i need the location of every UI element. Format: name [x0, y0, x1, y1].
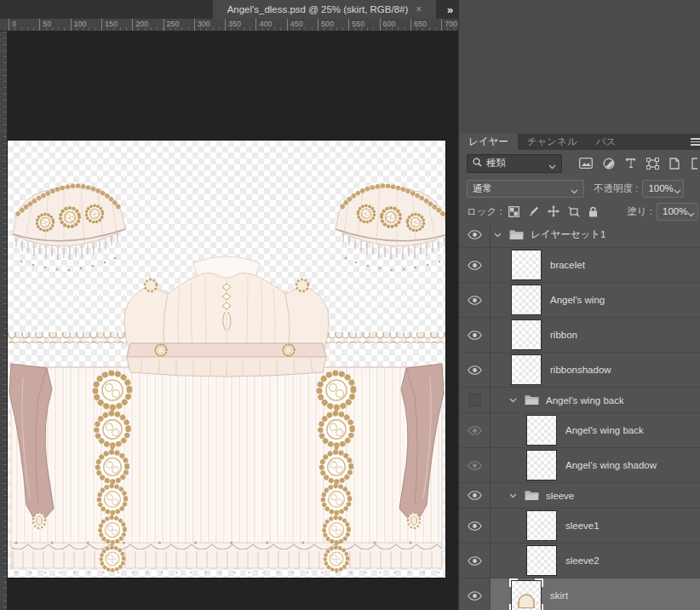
folder-icon [525, 490, 539, 501]
layer-row[interactable]: sleeve2 [459, 544, 700, 578]
filter-smart-objects-icon[interactable] [669, 158, 680, 170]
ruler-minor-ticks [3, 32, 7, 610]
lock-label: ロック : [467, 205, 502, 218]
filter-shape-layers-icon[interactable] [646, 158, 659, 170]
lock-buttons [508, 205, 598, 217]
filter-clipped-icon[interactable] [691, 158, 697, 170]
ruler-label: 350 [225, 19, 241, 32]
folder-icon [509, 229, 524, 240]
visibility-toggle-empty[interactable] [459, 388, 491, 412]
layer-thumbnail[interactable] [525, 448, 559, 482]
layer-row[interactable]: skirt [459, 578, 700, 610]
layer-name[interactable]: ribbon [550, 330, 577, 340]
layers-panel: 種類 [459, 150, 700, 610]
eye-icon[interactable] [459, 413, 491, 447]
layer-name[interactable]: Angel's wing [550, 295, 605, 305]
layer-name[interactable]: sleeve [546, 491, 574, 501]
eye-icon[interactable] [459, 318, 491, 352]
tab-overflow-chevron-icon[interactable]: » [442, 0, 458, 19]
layer-group-row[interactable]: sleeve [459, 483, 700, 509]
opacity-value-box[interactable]: 100% [642, 180, 684, 198]
layer-list: レイヤーセット1braceletAngel's wingribbonribbon… [459, 222, 700, 610]
layer-row[interactable]: ribbonshadow [459, 353, 700, 388]
layer-thumbnail[interactable] [509, 248, 543, 282]
folder-icon [525, 394, 539, 406]
layer-row[interactable]: Angel's wing [459, 283, 700, 318]
canvas[interactable] [8, 141, 445, 578]
layer-thumbnail[interactable] [509, 353, 543, 387]
layer-name[interactable]: sleeve2 [565, 555, 600, 566]
panel-tab-paths[interactable]: パス [587, 134, 626, 150]
layer-thumbnail[interactable] [525, 544, 559, 578]
ruler-label: 700 [441, 19, 457, 32]
layer-thumbnail[interactable] [509, 578, 543, 610]
layer-row[interactable]: bracelet [459, 248, 700, 283]
layer-name[interactable]: sleeve1 [565, 521, 600, 531]
layer-group-row[interactable]: レイヤーセット1 [459, 222, 700, 248]
layer-name[interactable]: Angel's wing back [546, 395, 624, 406]
pasteboard [8, 32, 458, 610]
document-tab[interactable]: Angel's_dless.psd @ 25% (skirt, RGB/8#) … [213, 0, 436, 19]
ruler-label: 0 [9, 19, 16, 32]
layer-row[interactable]: Angel's wing back [459, 413, 700, 448]
panel-tab-layers[interactable]: レイヤー [459, 134, 518, 150]
chevron-down-icon [687, 209, 695, 214]
vertical-ruler [0, 32, 8, 610]
eye-icon[interactable] [459, 283, 491, 317]
eye-icon[interactable] [459, 353, 491, 387]
filter-adjustment-layers-icon[interactable] [603, 158, 615, 170]
layer-row[interactable]: Angel's wing shadow [459, 448, 700, 483]
opacity-label: 不透明度 : [594, 182, 638, 195]
chevron-down-icon [548, 161, 556, 166]
fill-label: 塗り : [627, 205, 652, 218]
ruler-label: 450 [287, 19, 303, 32]
blend-mode-select[interactable]: 通常 [467, 180, 584, 198]
panel-tab-channels[interactable]: チャンネル [518, 134, 587, 150]
blend-mode-value: 通常 [473, 182, 492, 195]
eye-icon[interactable] [459, 544, 491, 578]
layer-row[interactable]: ribbon [459, 318, 700, 353]
eye-icon[interactable] [459, 448, 491, 482]
panel-menu-icon[interactable] [691, 134, 700, 150]
eye-icon[interactable] [459, 222, 491, 247]
lock-artboard-nesting-icon[interactable] [568, 206, 580, 217]
lock-position-icon[interactable] [548, 205, 559, 217]
ruler-label: 300 [194, 19, 210, 32]
eye-icon[interactable] [459, 509, 491, 543]
lock-image-pixels-icon[interactable] [528, 206, 539, 217]
eye-icon[interactable] [459, 483, 491, 508]
lock-transparent-pixels-icon[interactable] [508, 206, 519, 217]
document-tab-title: Angel's_dless.psd @ 25% (skirt, RGB/8#) [227, 4, 409, 14]
layer-group-row[interactable]: Angel's wing back [459, 388, 700, 413]
lock-row: ロック : [459, 200, 700, 222]
eye-icon[interactable] [459, 248, 491, 282]
fill-value: 100% [663, 206, 687, 216]
filter-type-layers-icon[interactable] [625, 158, 636, 169]
layer-name[interactable]: ribbonshadow [550, 365, 611, 375]
layer-thumbnail[interactable] [525, 509, 559, 543]
ruler-label: 100 [71, 19, 87, 32]
filter-pixel-layers-icon[interactable] [579, 158, 593, 169]
close-tab-icon[interactable]: × [416, 3, 422, 15]
fill-value-box[interactable]: 100% [657, 203, 698, 221]
blend-row: 通常 不透明度 : 100% [459, 176, 700, 200]
layer-name[interactable]: Angel's wing shadow [565, 460, 657, 470]
filter-kind-select[interactable]: 種類 [467, 154, 562, 173]
dress-artwork [8, 141, 445, 578]
layer-thumbnail[interactable] [509, 318, 543, 352]
layer-row[interactable]: sleeve1 [459, 509, 700, 544]
lock-all-icon[interactable] [588, 206, 598, 217]
layer-thumbnail[interactable] [509, 283, 543, 317]
layer-name[interactable]: Angel's wing back [565, 425, 644, 435]
layer-name[interactable]: bracelet [550, 260, 585, 270]
layer-name[interactable]: skirt [550, 590, 568, 601]
eye-icon[interactable] [459, 578, 491, 610]
layer-name[interactable]: レイヤーセット1 [531, 228, 606, 241]
document-area: Angel's_dless.psd @ 25% (skirt, RGB/8#) … [0, 0, 458, 610]
expand-chevron-icon[interactable] [494, 233, 502, 238]
ruler-label: 500 [318, 19, 334, 32]
layer-thumbnail[interactable] [525, 413, 559, 447]
expand-chevron-icon[interactable] [509, 493, 518, 498]
filter-type-buttons [579, 158, 697, 170]
expand-chevron-icon[interactable] [509, 398, 518, 403]
